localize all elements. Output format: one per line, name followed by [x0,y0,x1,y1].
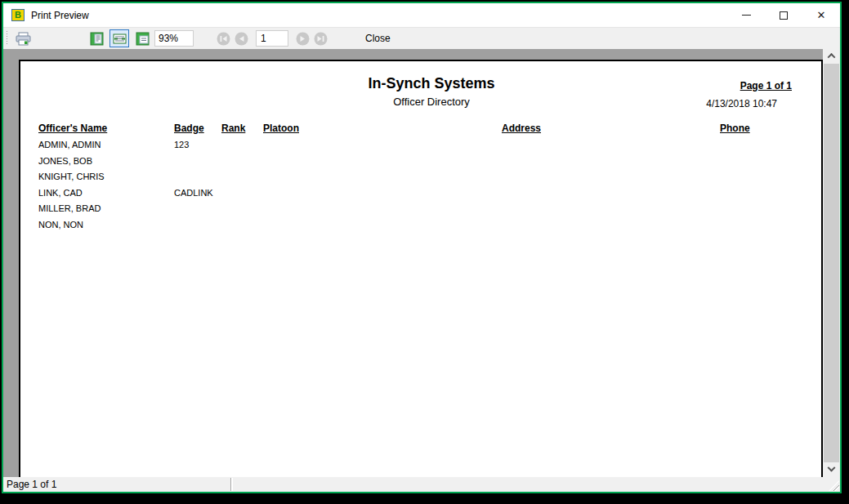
maximize-icon [780,11,788,20]
view-mode-group [87,29,152,47]
cell-name: KNIGHT, CHRIS [38,172,105,181]
table-row: ADMIN, ADMIN123 [20,140,821,156]
page-width-icon [113,32,127,46]
maximize-button[interactable] [765,3,802,27]
view-whole-page-button[interactable] [132,29,152,47]
cell-name: ADMIN, ADMIN [38,140,101,149]
previous-page-button[interactable] [235,32,248,46]
minimize-icon [742,15,751,16]
table-row: KNIGHT, CHRIS [20,172,821,188]
view-zoom-button[interactable] [87,29,106,47]
report-rows: ADMIN, ADMIN123JONES, BOBKNIGHT, CHRISLI… [20,140,821,235]
toolbar-grip[interactable] [6,31,8,46]
preview-canvas: In-Synch Systems Officer Directory Page … [3,49,823,477]
scroll-up-button[interactable] [823,49,840,63]
chevron-down-icon [828,464,836,472]
last-page-button[interactable] [314,32,328,46]
table-row: NON, NON [20,220,821,236]
scroll-down-button[interactable] [823,463,840,477]
next-page-button[interactable] [296,32,310,46]
first-page-button[interactable] [217,32,230,46]
printer-icon [16,32,31,46]
window-controls: ✕ [727,3,840,27]
preview-region: In-Synch Systems Officer Directory Page … [3,49,840,477]
column-header-address: Address [502,123,541,134]
report-page-info: Page 1 of 1 [740,80,792,91]
column-header-badge: Badge [174,123,204,134]
report-subtitle: Officer Directory [31,96,823,108]
page-number-input[interactable]: 1 [256,30,288,47]
zoom-page-icon [90,32,104,46]
minimize-button[interactable] [727,3,765,27]
report-title: In-Synch Systems [31,75,823,92]
report-timestamp: 4/13/2018 10:47 [706,98,777,109]
print-preview-window: B Print Preview ✕ [2,2,842,493]
table-row: MILLER, BRAD [20,203,821,220]
app-icon: B [11,9,25,21]
toolbar: 93% 1 [3,27,840,49]
column-header-rank: Rank [221,123,245,134]
close-preview-button[interactable]: Close [359,29,397,47]
view-page-width-button[interactable] [109,29,129,47]
whole-page-icon [136,32,150,46]
report-page: In-Synch Systems Officer Directory Page … [19,60,823,477]
cell-badge: 123 [174,140,189,149]
titlebar: B Print Preview ✕ [3,3,840,27]
status-page-indicator: Page 1 of 1 [3,477,230,492]
table-row: JONES, BOB [20,156,821,172]
close-window-button[interactable]: ✕ [802,3,840,27]
table-row: LINK, CADCADLINK [20,188,821,204]
cell-name: MILLER, BRAD [38,203,101,213]
statusbar-panel [232,478,840,491]
chevron-up-icon [828,53,836,61]
column-header-phone: Phone [720,123,750,134]
column-header-officers-name: Officer's Name [38,123,107,134]
column-header-platoon: Platoon [263,123,299,134]
window-title: Print Preview [31,10,89,21]
statusbar: Page 1 of 1 [3,477,840,492]
scrollbar-thumb[interactable] [824,64,839,462]
print-button[interactable] [13,29,33,47]
cell-badge: CADLINK [174,188,213,198]
zoom-level-input[interactable]: 93% [154,30,194,47]
page-navigation: 1 [217,30,328,47]
cell-name: NON, NON [38,220,83,230]
cell-name: LINK, CAD [38,188,83,198]
vertical-scrollbar[interactable] [823,49,840,477]
close-icon: ✕ [817,10,826,20]
cell-name: JONES, BOB [38,156,92,166]
